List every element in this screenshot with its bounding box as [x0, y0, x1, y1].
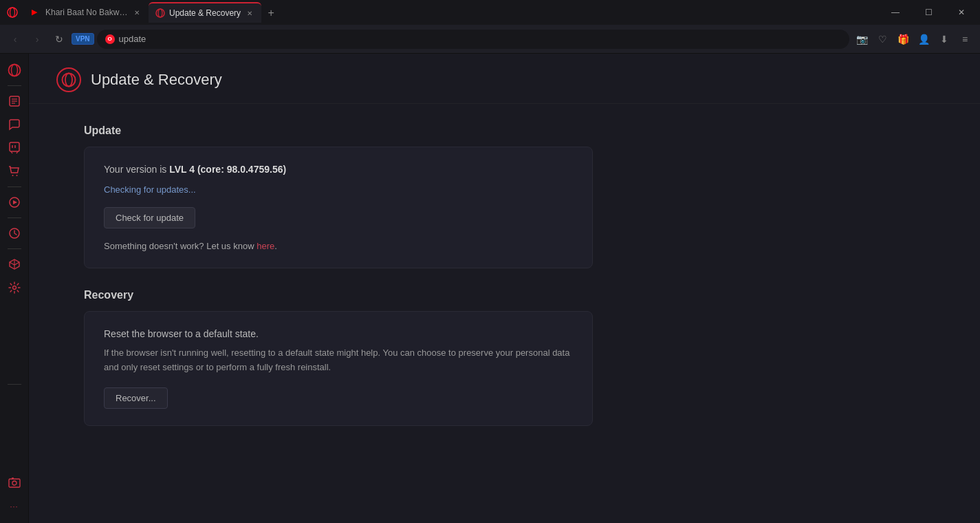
toolbar-right: 📷 ♡ 🎁 👤 ⬇ ≡	[852, 30, 974, 49]
sidebar-item-3d[interactable]	[3, 253, 25, 275]
sidebar-item-screenshots[interactable]	[3, 472, 25, 494]
reset-description: If the browser isn't running well, reset…	[104, 346, 573, 375]
svg-point-18	[12, 286, 16, 290]
update-card: Your version is LVL 4 (core: 98.0.4759.5…	[84, 147, 593, 268]
recover-button[interactable]: Recover...	[104, 387, 168, 409]
update-section-title: Update	[84, 125, 593, 137]
sidebar-separator-3	[8, 217, 21, 218]
toolbar: ‹ › ↻ VPN O update 📷 ♡ 🎁 👤 ⬇ ≡	[0, 25, 980, 54]
sidebar: ···	[0, 54, 29, 523]
support-link[interactable]: here	[257, 241, 274, 251]
version-text: Your version is LVL 4 (core: 98.0.4759.5…	[104, 164, 573, 175]
wishlist-button[interactable]: ♡	[873, 30, 892, 49]
svg-marker-16	[13, 200, 17, 204]
new-tab-button[interactable]: +	[261, 3, 281, 23]
svg-point-23	[65, 74, 72, 87]
support-text: Something doesn't work? Let us know here…	[104, 241, 573, 251]
tab-label-update: Update & Recovery	[169, 8, 241, 18]
sidebar-item-opera[interactable]	[3, 59, 25, 81]
opera-icon: O	[105, 34, 115, 44]
tab-youtube[interactable]: ▶ Khari Baat No Bakwaa... ✕	[25, 2, 149, 23]
back-button[interactable]: ‹	[6, 30, 25, 49]
sidebar-separator-1	[8, 85, 21, 86]
maximize-button[interactable]: ☐	[913, 0, 944, 25]
checking-text: Checking for updates...	[104, 184, 573, 195]
address-text: update	[119, 34, 146, 44]
svg-point-5	[11, 65, 17, 76]
recovery-card: Reset the browser to a default state. If…	[84, 311, 593, 426]
tab-bar: ▶ Khari Baat No Bakwaa... ✕ Update & Rec…	[25, 2, 880, 23]
sidebar-separator-2	[8, 186, 21, 187]
sidebar-item-more[interactable]: ···	[3, 495, 25, 517]
check-for-update-button[interactable]: Check for update	[104, 207, 195, 228]
rewards-button[interactable]: 🎁	[893, 30, 913, 49]
svg-point-4	[8, 65, 20, 76]
titlebar-left: ▶ Khari Baat No Bakwaa... ✕ Update & Rec…	[0, 2, 880, 23]
recovery-section-title: Recovery	[84, 289, 593, 301]
downloads-button[interactable]: ⬇	[935, 30, 954, 49]
page-header: Update & Recovery	[29, 54, 980, 104]
screenshot-button[interactable]: 📷	[852, 30, 871, 49]
svg-point-13	[12, 175, 13, 176]
main-layout: ··· Update & Recovery Update Your versio…	[0, 54, 980, 523]
sidebar-item-twitch[interactable]	[3, 137, 25, 159]
sidebar-separator-4	[8, 248, 21, 249]
forward-button[interactable]: ›	[28, 30, 47, 49]
tab-close-update[interactable]: ✕	[245, 8, 254, 18]
recovery-section: Recovery Reset the browser to a default …	[84, 289, 593, 426]
sidebar-item-history[interactable]	[3, 222, 25, 244]
sidebar-item-video[interactable]	[3, 191, 25, 213]
sidebar-item-settings[interactable]	[3, 277, 25, 299]
svg-point-3	[158, 9, 162, 17]
sidebar-item-news[interactable]	[3, 90, 25, 112]
youtube-favicon: ▶	[32, 8, 41, 17]
svg-point-1	[10, 8, 15, 17]
sidebar-item-messenger[interactable]	[3, 114, 25, 136]
tab-label-youtube: Khari Baat No Bakwaa...	[45, 8, 128, 17]
page-logo	[56, 67, 81, 92]
svg-point-20	[12, 481, 17, 485]
tab-update-recovery[interactable]: Update & Recovery ✕	[149, 2, 261, 23]
svg-rect-21	[12, 478, 14, 479]
update-section: Update Your version is LVL 4 (core: 98.0…	[84, 125, 593, 268]
svg-point-2	[156, 9, 164, 17]
opera-menu-icon[interactable]	[3, 3, 22, 22]
svg-point-0	[8, 8, 17, 17]
titlebar: ▶ Khari Baat No Bakwaa... ✕ Update & Rec…	[0, 0, 980, 25]
content-area: Update & Recovery Update Your version is…	[29, 54, 980, 523]
minimize-button[interactable]: —	[880, 0, 911, 25]
address-bar[interactable]: O update	[97, 30, 849, 49]
tab-close-youtube[interactable]: ✕	[132, 8, 142, 17]
sections-container: Update Your version is LVL 4 (core: 98.0…	[29, 104, 648, 467]
menu-button[interactable]: ≡	[955, 30, 974, 49]
sidebar-separator-5	[8, 384, 21, 385]
svg-point-14	[16, 175, 17, 176]
support-prefix: Something doesn't work? Let us know	[104, 241, 257, 251]
window-controls: — ☐ ✕	[880, 0, 980, 25]
support-suffix: .	[274, 241, 277, 251]
page-title: Update & Recovery	[91, 71, 222, 89]
profile-button[interactable]: 👤	[914, 30, 933, 49]
opera-favicon	[155, 8, 165, 18]
reset-title: Reset the browser to a default state.	[104, 328, 573, 339]
svg-point-22	[63, 74, 76, 87]
vpn-badge[interactable]: VPN	[72, 33, 94, 45]
sidebar-item-shop[interactable]	[3, 160, 25, 182]
svg-rect-19	[9, 479, 20, 487]
reload-button[interactable]: ↻	[50, 30, 69, 49]
svg-rect-10	[10, 142, 19, 151]
close-button[interactable]: ✕	[946, 0, 977, 25]
